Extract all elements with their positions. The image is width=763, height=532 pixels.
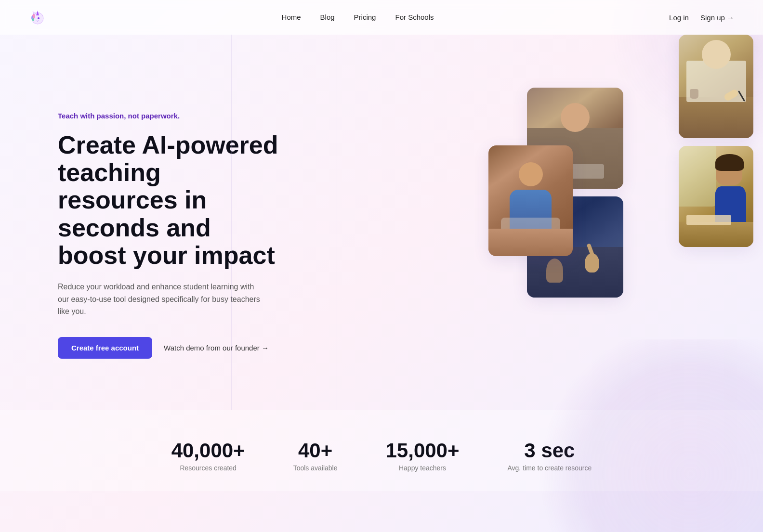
stat-resources-number: 40,000+ [171, 439, 245, 462]
hero-subtitle: Reduce your workload and enhance student… [58, 281, 260, 318]
svg-point-5 [32, 18, 34, 21]
stat-tools: 40+ Tools available [293, 439, 338, 472]
hero-content: Teach with passion, not paperwork. Creat… [58, 73, 308, 359]
login-button[interactable]: Log in [669, 13, 689, 22]
hero-section: Teach with passion, not paperwork. Creat… [0, 35, 763, 410]
stat-teachers-label: Happy teachers [386, 464, 460, 472]
nav-links: Home Blog Pricing For Schools [282, 13, 434, 22]
navbar: Home Blog Pricing For Schools Log in Sig… [0, 0, 763, 35]
nav-for-schools[interactable]: For Schools [395, 13, 434, 21]
nav-home[interactable]: Home [282, 13, 301, 21]
svg-point-6 [38, 17, 39, 19]
stat-teachers: 15,000+ Happy teachers [386, 439, 460, 472]
student-writing-image [679, 146, 753, 247]
nav-blog[interactable]: Blog [320, 13, 335, 21]
hero-images [464, 35, 763, 401]
nav-pricing[interactable]: Pricing [354, 13, 376, 21]
stat-time-label: Avg. time to create resource [508, 464, 592, 472]
create-account-button[interactable]: Create free account [58, 337, 152, 359]
signup-button[interactable]: Sign up → [700, 13, 734, 22]
stat-tools-label: Tools available [293, 464, 338, 472]
images-right-col [679, 35, 753, 247]
watch-demo-button[interactable]: Watch demo from our founder → [164, 344, 269, 352]
hero-actions: Create free account Watch demo from our … [58, 337, 308, 359]
stat-resources-label: Resources created [171, 464, 245, 472]
stat-time: 3 sec Avg. time to create resource [508, 439, 592, 472]
stat-teachers-number: 15,000+ [386, 439, 460, 462]
stats-section: 40,000+ Resources created 40+ Tools avai… [0, 410, 763, 491]
logo-icon [29, 9, 46, 26]
child-drawing-image [488, 145, 573, 256]
stat-resources: 40,000+ Resources created [171, 439, 245, 472]
nav-auth: Log in Sign up → [669, 13, 734, 22]
writer-top-image [679, 35, 753, 138]
stat-tools-number: 40+ [293, 439, 338, 462]
stat-time-number: 3 sec [508, 439, 592, 462]
logo[interactable] [29, 9, 46, 26]
hero-tagline: Teach with passion, not paperwork. [58, 112, 308, 120]
hero-title: Create AI-powered teaching resources in … [58, 131, 308, 269]
